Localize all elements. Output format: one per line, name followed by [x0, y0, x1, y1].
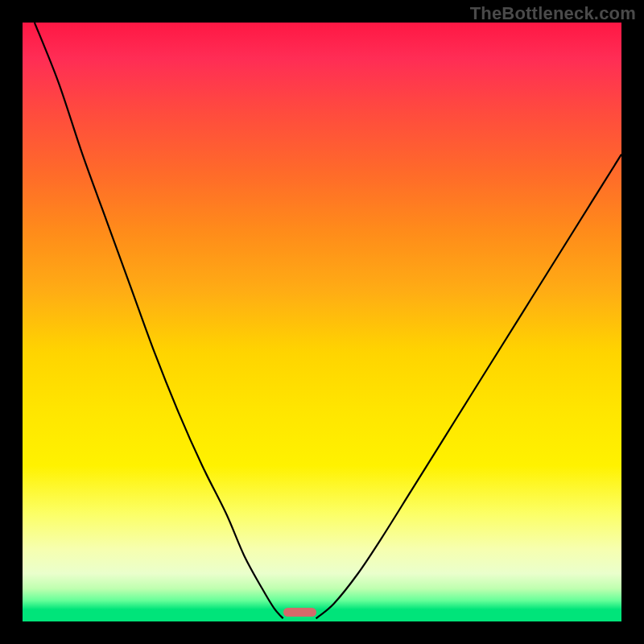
optimal-range-marker — [283, 608, 316, 617]
left-curve — [35, 23, 283, 618]
right-curve — [316, 155, 621, 619]
chart-plot-area — [23, 23, 621, 621]
watermark-text: TheBottleneck.com — [470, 3, 636, 24]
chart-frame: TheBottleneck.com — [0, 0, 644, 644]
bottleneck-curve — [23, 23, 621, 621]
